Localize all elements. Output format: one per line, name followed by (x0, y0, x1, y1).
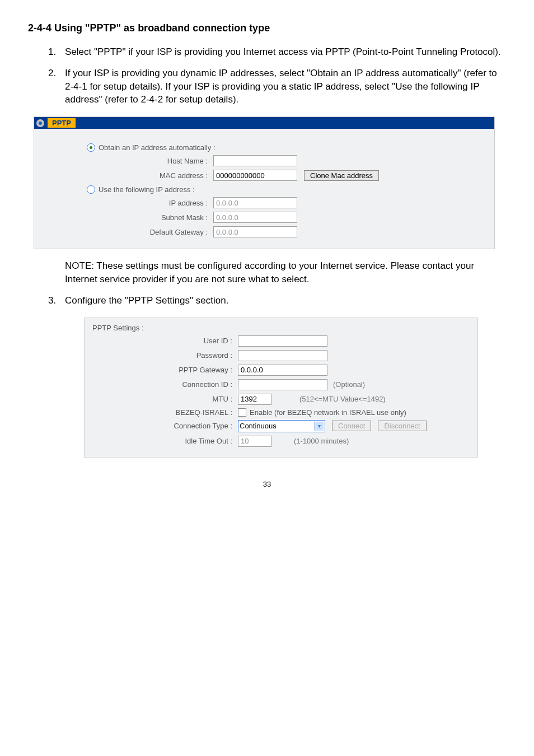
pptp-gateway-label: PPTP Gateway : (92, 366, 238, 374)
list-text: If your ISP is providing you dynamic IP … (65, 67, 506, 106)
panel-title: PPTP (48, 118, 76, 128)
mtu-input[interactable] (238, 394, 271, 405)
note-text: NOTE: These settings must be configured … (65, 259, 506, 286)
subnet-input (213, 212, 297, 223)
connid-input[interactable] (238, 379, 327, 390)
radio-obtain-auto[interactable]: Obtain an IP address automatically : (87, 143, 483, 152)
idle-row: Idle Time Out : (1-1000 minutes) (92, 436, 470, 447)
connid-note: (Optional) (333, 380, 365, 389)
idle-note: (1-1000 minutes) (294, 437, 349, 445)
conntype-select[interactable]: Continuous ▾ (238, 420, 325, 432)
note-block: NOTE: These settings must be configured … (28, 259, 506, 286)
ip-address-row: IP address : (45, 197, 483, 208)
gateway-label: Default Gateway : (45, 228, 213, 236)
gateway-input (213, 226, 297, 237)
numbered-list-cont: 3. Configure the "PPTP Settings" section… (28, 294, 506, 307)
mtu-label: MTU : (92, 395, 238, 403)
radio-label: Obtain an IP address automatically : (99, 143, 216, 152)
list-text: Configure the "PPTP Settings" section. (65, 294, 228, 307)
password-input[interactable] (238, 350, 327, 361)
host-name-label: Host Name : (45, 157, 213, 165)
connid-row: Connection ID : (Optional) (92, 379, 470, 390)
section-heading: 2-4-4 Using "PPTP" as broadband connecti… (28, 22, 506, 34)
pptp-gateway-input[interactable] (238, 365, 327, 376)
bezeq-label: BEZEQ-ISRAEL : (92, 408, 238, 417)
list-item-2: 2. If your ISP is providing you dynamic … (48, 67, 506, 106)
ip-label: IP address : (45, 199, 213, 207)
clone-mac-button[interactable]: Clone Mac address (304, 170, 379, 181)
list-number: 3. (48, 294, 65, 307)
panel-header: PPTP (34, 117, 494, 129)
userid-input[interactable] (238, 335, 327, 347)
pptp-settings-panel: PPTP Settings : User ID : Password : PPT… (84, 318, 478, 458)
userid-label: User ID : (92, 337, 238, 345)
idle-label: Idle Time Out : (92, 437, 238, 445)
page-number: 33 (28, 480, 506, 488)
conntype-label: Connection Type : (92, 422, 238, 430)
list-item-1: 1. Select "PPTP" if your ISP is providin… (48, 45, 506, 59)
chevron-down-icon: ▾ (315, 422, 324, 431)
host-name-input[interactable] (213, 155, 297, 166)
radio-icon[interactable] (87, 143, 95, 152)
numbered-list: 1. Select "PPTP" if your ISP is providin… (28, 45, 506, 106)
list-item-3: 3. Configure the "PPTP Settings" section… (48, 294, 506, 307)
mac-label: MAC address : (45, 171, 213, 180)
radio-label: Use the following IP address : (99, 185, 195, 194)
subnet-row: Subnet Mask : (45, 212, 483, 223)
idle-input (238, 436, 271, 447)
pptp-gateway-row: PPTP Gateway : (92, 365, 470, 376)
password-label: Password : (92, 351, 238, 360)
pptp-panel: PPTP Obtain an IP address automatically … (34, 116, 495, 249)
bullet-icon (36, 119, 44, 127)
ip-input (213, 197, 297, 208)
userid-row: User ID : (92, 335, 470, 347)
list-number: 2. (48, 67, 65, 106)
conntype-value: Continuous (240, 422, 277, 430)
radio-use-following[interactable]: Use the following IP address : (87, 185, 483, 194)
mac-address-row: MAC address : Clone Mac address (45, 170, 483, 181)
gateway-row: Default Gateway : (45, 226, 483, 237)
list-number: 1. (48, 45, 65, 59)
list-text: Select "PPTP" if your ISP is providing y… (65, 45, 501, 59)
conntype-row: Connection Type : Continuous ▾ Connect D… (92, 420, 470, 432)
connid-label: Connection ID : (92, 380, 238, 389)
disconnect-button: Disconnect (378, 421, 426, 431)
bezeq-checkbox[interactable] (238, 408, 246, 417)
mac-input[interactable] (213, 170, 297, 181)
password-row: Password : (92, 350, 470, 361)
subnet-label: Subnet Mask : (45, 213, 213, 222)
mtu-note: (512<=MTU Value<=1492) (299, 395, 386, 403)
radio-icon[interactable] (87, 185, 95, 194)
panel-body: Obtain an IP address automatically : Hos… (34, 129, 494, 249)
mtu-row: MTU : (512<=MTU Value<=1492) (92, 394, 470, 405)
bezeq-row: BEZEQ-ISRAEL : Enable (for BEZEQ network… (92, 408, 470, 417)
host-name-row: Host Name : (45, 155, 483, 166)
bezeq-text: Enable (for BEZEQ network in ISRAEL use … (250, 408, 406, 417)
pptp-settings-title: PPTP Settings : (92, 324, 470, 332)
connect-button: Connect (332, 421, 371, 431)
